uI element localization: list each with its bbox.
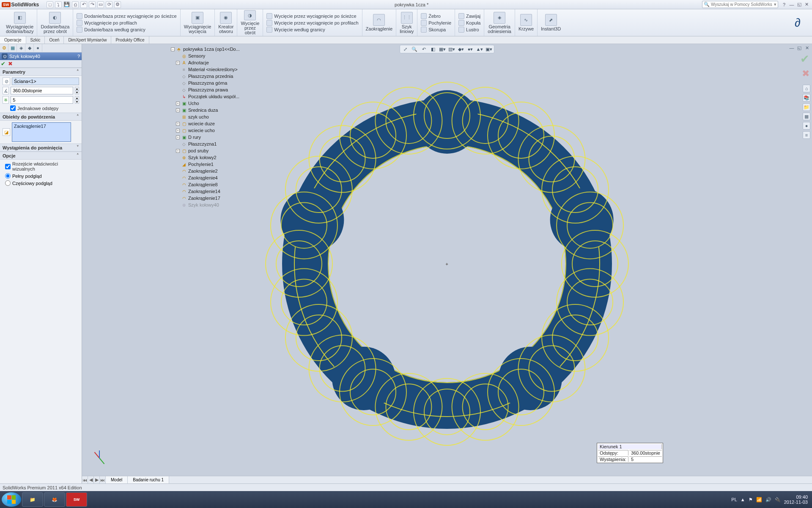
ribbon-btn-instant3d[interactable]: ⬈Instant3D [538,9,564,36]
ribbon-btn-cut-revolve[interactable]: ◑Wycięcieprzezobrót [237,9,263,36]
propagate-visual-row[interactable]: Rozejście właściwości wizualnych [3,161,79,171]
custom-props-icon[interactable]: ≡ [803,131,810,139]
tree-item[interactable]: ◠Zaokrąglenie17 [169,195,244,202]
tree-item[interactable]: +▣Srednica duza [169,107,244,113]
tree-item[interactable]: ⊞szyk ucho [169,113,244,120]
tree-item[interactable]: ◇Płaszczyzna1 [169,141,244,147]
features-icon[interactable]: ◪ [3,128,10,136]
help-search[interactable]: 🔍 ▾ [702,1,778,8]
design-lib-icon[interactable]: 📚 [803,94,810,102]
tab-nav-first-icon[interactable]: ⏮ [82,476,88,483]
tree-item[interactable]: ⊛Szyk kołowy2 [169,154,244,161]
file-explorer-icon[interactable]: 📁 [803,103,810,111]
ribbon-btn-boss-revolve[interactable]: ◐Dodanie/bazaprzez obrót [37,9,73,36]
tree-item[interactable]: ◇Płaszczyzna przednia [169,73,244,80]
graphics-area[interactable]: −⬘pokrywka 1cza (op1<<Do... ◎Sensory +AA… [82,44,812,483]
child-minimize-icon[interactable]: — [788,45,795,51]
prev-view-icon[interactable]: ↶ [420,46,428,52]
angle-field[interactable] [11,87,73,94]
ribbon-btn-hole-wizard[interactable]: ◉Kreatorotworu [215,9,237,36]
count-icon[interactable]: ※ [3,96,9,104]
ribbon-btn-loft[interactable]: Wyciągnięcie po profilach [77,20,176,26]
qat-new-icon[interactable]: □ [47,1,53,8]
tray-lang[interactable]: PL [731,497,737,502]
help-search-input[interactable] [711,2,774,7]
section-skip[interactable]: Wystąpienia do pominięcia˅ [0,144,82,152]
hide-show-icon[interactable]: ◆▾ [457,46,465,52]
resources-icon[interactable]: ⌂ [803,85,810,92]
tree-item[interactable]: ◠Zaokrąglenie14 [169,188,244,195]
tree-item[interactable]: ◇Płaszczyzna górna [169,80,244,86]
qat-undo-icon[interactable]: ↶ [80,1,87,8]
tree-item[interactable]: ◠Zaokrąglenie4 [169,174,244,181]
child-restore-icon[interactable]: ◱ [796,45,803,51]
tab-sketch[interactable]: Szkic [26,36,45,44]
count-field[interactable] [11,96,73,104]
ribbon-btn-shell[interactable]: Skorupa [421,27,451,33]
panel-tab-config-icon[interactable]: ▦ [8,44,17,52]
qat-print-icon[interactable]: ⎙ [72,1,79,8]
tree-item[interactable]: +▢pod sruby [169,147,244,154]
cancel-icon[interactable]: ✖ [8,61,13,67]
zoom-fit-icon[interactable]: ⤢ [401,46,409,52]
tab-motion-study[interactable]: Badanie ruchu 1 [128,476,169,483]
ribbon-btn-cut-extrude[interactable]: ▣Wyciągnięciewycięcia [181,9,215,36]
ribbon-btn-linear-pattern[interactable]: ⋮⋮Szykliniowy [396,9,417,36]
ribbon-btn-dome[interactable]: Kopuła [458,20,480,26]
full-preview-row[interactable]: Pełny podgląd [3,173,79,179]
features-field[interactable]: Zaokrąglenie17 [12,122,71,142]
tree-item[interactable]: ◠Zaokrąglenie8 [169,181,244,188]
app-restore-icon[interactable]: ◱ [796,2,803,8]
view-settings-icon[interactable]: ▣▾ [485,46,493,52]
tree-item[interactable]: +AAdnotacje [169,59,244,66]
qat-options-icon[interactable]: ⚙ [114,1,121,8]
panel-help-icon[interactable]: ? [77,54,80,59]
full-preview-radio[interactable] [5,173,11,179]
taskbar-firefox[interactable]: 🦊 [44,492,65,507]
panel-tab-display-icon[interactable]: ◈ [17,44,25,52]
taskbar-solidworks[interactable]: SW [66,492,87,507]
tree-item[interactable]: +▣Ucho [169,100,244,107]
tree-item[interactable]: ◢Pochylenie1 [169,161,244,168]
ribbon-btn-cut-boundary[interactable]: Wycięcie według granicy [266,27,358,33]
qat-select-icon[interactable]: ▭ [97,1,104,8]
pattern-direction-callout[interactable]: Kierunek 1 Odstępy:360.00stopnie Wystąpi… [597,443,663,463]
search-dropdown-icon[interactable]: ▾ [774,2,776,7]
qat-rebuild-icon[interactable]: ⟳ [106,1,112,8]
tray-show-hidden-icon[interactable]: ▲ [741,497,745,502]
tree-item[interactable]: +▣D rury [169,134,244,141]
ribbon-btn-wrap[interactable]: Zawijaj [458,13,480,19]
qat-redo-icon[interactable]: ↷ [89,1,96,8]
app-close-icon[interactable]: ✕ [804,2,810,8]
tree-item[interactable]: +▢wciecie duze [169,120,244,127]
section-view-icon[interactable]: ◧ [429,46,437,52]
panel-tab-sheet-icon[interactable]: ● [34,44,42,52]
zoom-area-icon[interactable]: 🔍 [410,46,419,52]
ribbon-btn-boundary[interactable]: Dodanie/baza według granicy [77,27,176,33]
propagate-visual-checkbox[interactable] [5,164,11,169]
equal-spacing-checkbox[interactable] [10,105,16,111]
qat-open-icon[interactable]: ⤵ [55,1,62,8]
ribbon-btn-curves[interactable]: ∿Krzywe [515,9,538,36]
section-features[interactable]: Obiekty do powtórzenia˄ [0,113,82,121]
ribbon-btn-rib[interactable]: Żebro [421,13,451,19]
ribbon-btn-cut-loft[interactable]: Wycięcie przez wyciągnięcie po profilach [266,20,358,26]
display-style-icon[interactable]: ▧▾ [447,46,456,52]
tab-model[interactable]: Model [106,476,128,483]
tree-item-current[interactable]: ⊛Szyk kołowy40 [169,202,244,208]
tree-item[interactable]: ≡Materiał <nieokreślony> [169,66,244,73]
ribbon-btn-draft[interactable]: Pochylenie [421,20,451,26]
child-close-icon[interactable]: ✕ [804,45,810,51]
start-button[interactable] [2,492,21,507]
tab-features[interactable]: Operacje [0,36,26,44]
partial-preview-row[interactable]: Częściowy podgląd [3,180,79,186]
view-triad[interactable] [91,450,107,467]
tray-power-icon[interactable]: 🔌 [775,497,781,502]
help-icon[interactable]: ? [781,2,787,8]
tree-root[interactable]: −⬘pokrywka 1cza (op1<<Do... [169,46,244,52]
ribbon-btn-sweep[interactable]: Dodanie/baza przez wyciągnięcie po ścież… [77,13,176,19]
confirm-cancel-icon[interactable]: ✖ [802,68,809,79]
qat-save-icon[interactable]: 💾 [63,1,70,8]
tab-evaluate[interactable]: Oceń [45,36,64,44]
view-palette-icon[interactable]: ▦ [803,113,810,120]
